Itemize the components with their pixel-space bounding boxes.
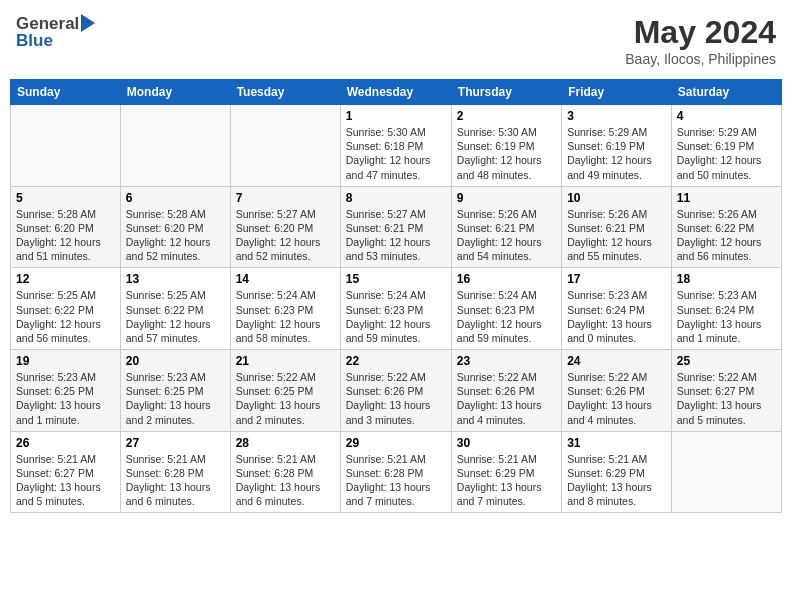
sunset-text: Sunset: 6:24 PM [567, 303, 666, 317]
sunrise-text: Sunrise: 5:26 AM [567, 207, 666, 221]
sunset-text: Sunset: 6:19 PM [677, 139, 776, 153]
daylight-text: Daylight: 13 hours and 3 minutes. [346, 398, 446, 426]
day-info: Sunrise: 5:26 AMSunset: 6:22 PMDaylight:… [677, 207, 776, 264]
location-text: Baay, Ilocos, Philippines [625, 51, 776, 67]
sunset-text: Sunset: 6:19 PM [457, 139, 556, 153]
day-info: Sunrise: 5:24 AMSunset: 6:23 PMDaylight:… [236, 288, 335, 345]
daylight-text: Daylight: 12 hours and 50 minutes. [677, 153, 776, 181]
calendar-cell: 18Sunrise: 5:23 AMSunset: 6:24 PMDayligh… [671, 268, 781, 350]
day-info: Sunrise: 5:22 AMSunset: 6:26 PMDaylight:… [567, 370, 666, 427]
calendar-cell: 13Sunrise: 5:25 AMSunset: 6:22 PMDayligh… [120, 268, 230, 350]
daylight-text: Daylight: 13 hours and 4 minutes. [457, 398, 556, 426]
day-info: Sunrise: 5:30 AMSunset: 6:18 PMDaylight:… [346, 125, 446, 182]
calendar-cell [671, 431, 781, 513]
sunset-text: Sunset: 6:26 PM [346, 384, 446, 398]
sunrise-text: Sunrise: 5:22 AM [567, 370, 666, 384]
calendar-week-5: 26Sunrise: 5:21 AMSunset: 6:27 PMDayligh… [11, 431, 782, 513]
calendar-cell: 6Sunrise: 5:28 AMSunset: 6:20 PMDaylight… [120, 186, 230, 268]
calendar-cell: 19Sunrise: 5:23 AMSunset: 6:25 PMDayligh… [11, 350, 121, 432]
calendar-cell: 14Sunrise: 5:24 AMSunset: 6:23 PMDayligh… [230, 268, 340, 350]
sunset-text: Sunset: 6:22 PM [126, 303, 225, 317]
sunrise-text: Sunrise: 5:27 AM [346, 207, 446, 221]
daylight-text: Daylight: 13 hours and 7 minutes. [346, 480, 446, 508]
logo-blue: Blue [16, 31, 53, 50]
calendar-week-3: 12Sunrise: 5:25 AMSunset: 6:22 PMDayligh… [11, 268, 782, 350]
daylight-text: Daylight: 13 hours and 2 minutes. [126, 398, 225, 426]
day-info: Sunrise: 5:27 AMSunset: 6:20 PMDaylight:… [236, 207, 335, 264]
sunrise-text: Sunrise: 5:23 AM [567, 288, 666, 302]
day-number: 6 [126, 191, 225, 205]
calendar-cell: 10Sunrise: 5:26 AMSunset: 6:21 PMDayligh… [562, 186, 672, 268]
calendar-cell: 21Sunrise: 5:22 AMSunset: 6:25 PMDayligh… [230, 350, 340, 432]
calendar-cell: 25Sunrise: 5:22 AMSunset: 6:27 PMDayligh… [671, 350, 781, 432]
weekday-header-monday: Monday [120, 80, 230, 105]
day-info: Sunrise: 5:22 AMSunset: 6:25 PMDaylight:… [236, 370, 335, 427]
day-info: Sunrise: 5:23 AMSunset: 6:24 PMDaylight:… [567, 288, 666, 345]
day-info: Sunrise: 5:28 AMSunset: 6:20 PMDaylight:… [16, 207, 115, 264]
sunrise-text: Sunrise: 5:21 AM [126, 452, 225, 466]
calendar-cell: 17Sunrise: 5:23 AMSunset: 6:24 PMDayligh… [562, 268, 672, 350]
daylight-text: Daylight: 13 hours and 1 minute. [677, 317, 776, 345]
sunset-text: Sunset: 6:20 PM [236, 221, 335, 235]
day-info: Sunrise: 5:21 AMSunset: 6:28 PMDaylight:… [236, 452, 335, 509]
daylight-text: Daylight: 13 hours and 5 minutes. [677, 398, 776, 426]
calendar-cell: 31Sunrise: 5:21 AMSunset: 6:29 PMDayligh… [562, 431, 672, 513]
sunrise-text: Sunrise: 5:26 AM [457, 207, 556, 221]
daylight-text: Daylight: 13 hours and 4 minutes. [567, 398, 666, 426]
sunset-text: Sunset: 6:29 PM [457, 466, 556, 480]
day-number: 10 [567, 191, 666, 205]
sunrise-text: Sunrise: 5:29 AM [677, 125, 776, 139]
weekday-header-friday: Friday [562, 80, 672, 105]
calendar-cell: 12Sunrise: 5:25 AMSunset: 6:22 PMDayligh… [11, 268, 121, 350]
day-number: 28 [236, 436, 335, 450]
daylight-text: Daylight: 12 hours and 59 minutes. [457, 317, 556, 345]
calendar-cell [230, 105, 340, 187]
sunrise-text: Sunrise: 5:24 AM [236, 288, 335, 302]
sunset-text: Sunset: 6:21 PM [346, 221, 446, 235]
day-info: Sunrise: 5:21 AMSunset: 6:27 PMDaylight:… [16, 452, 115, 509]
day-info: Sunrise: 5:27 AMSunset: 6:21 PMDaylight:… [346, 207, 446, 264]
sunrise-text: Sunrise: 5:22 AM [236, 370, 335, 384]
daylight-text: Daylight: 12 hours and 53 minutes. [346, 235, 446, 263]
sunset-text: Sunset: 6:23 PM [236, 303, 335, 317]
sunrise-text: Sunrise: 5:26 AM [677, 207, 776, 221]
calendar-cell: 8Sunrise: 5:27 AMSunset: 6:21 PMDaylight… [340, 186, 451, 268]
sunrise-text: Sunrise: 5:28 AM [126, 207, 225, 221]
sunrise-text: Sunrise: 5:25 AM [16, 288, 115, 302]
sunrise-text: Sunrise: 5:24 AM [346, 288, 446, 302]
calendar-cell: 9Sunrise: 5:26 AMSunset: 6:21 PMDaylight… [451, 186, 561, 268]
calendar-cell: 11Sunrise: 5:26 AMSunset: 6:22 PMDayligh… [671, 186, 781, 268]
day-info: Sunrise: 5:21 AMSunset: 6:28 PMDaylight:… [346, 452, 446, 509]
day-number: 14 [236, 272, 335, 286]
daylight-text: Daylight: 13 hours and 5 minutes. [16, 480, 115, 508]
sunset-text: Sunset: 6:25 PM [236, 384, 335, 398]
calendar-cell: 22Sunrise: 5:22 AMSunset: 6:26 PMDayligh… [340, 350, 451, 432]
day-info: Sunrise: 5:29 AMSunset: 6:19 PMDaylight:… [677, 125, 776, 182]
sunrise-text: Sunrise: 5:30 AM [346, 125, 446, 139]
day-info: Sunrise: 5:23 AMSunset: 6:25 PMDaylight:… [126, 370, 225, 427]
sunset-text: Sunset: 6:26 PM [457, 384, 556, 398]
calendar-cell: 2Sunrise: 5:30 AMSunset: 6:19 PMDaylight… [451, 105, 561, 187]
sunset-text: Sunset: 6:25 PM [126, 384, 225, 398]
day-number: 29 [346, 436, 446, 450]
sunset-text: Sunset: 6:19 PM [567, 139, 666, 153]
weekday-header-thursday: Thursday [451, 80, 561, 105]
sunset-text: Sunset: 6:24 PM [677, 303, 776, 317]
day-info: Sunrise: 5:23 AMSunset: 6:25 PMDaylight:… [16, 370, 115, 427]
daylight-text: Daylight: 12 hours and 59 minutes. [346, 317, 446, 345]
day-number: 13 [126, 272, 225, 286]
day-number: 26 [16, 436, 115, 450]
sunset-text: Sunset: 6:26 PM [567, 384, 666, 398]
sunset-text: Sunset: 6:20 PM [126, 221, 225, 235]
sunset-text: Sunset: 6:22 PM [16, 303, 115, 317]
sunset-text: Sunset: 6:25 PM [16, 384, 115, 398]
daylight-text: Daylight: 12 hours and 48 minutes. [457, 153, 556, 181]
logo: General Blue [16, 14, 95, 50]
sunset-text: Sunset: 6:18 PM [346, 139, 446, 153]
day-info: Sunrise: 5:21 AMSunset: 6:28 PMDaylight:… [126, 452, 225, 509]
day-number: 21 [236, 354, 335, 368]
weekday-header-row: SundayMondayTuesdayWednesdayThursdayFrid… [11, 80, 782, 105]
sunset-text: Sunset: 6:20 PM [16, 221, 115, 235]
daylight-text: Daylight: 12 hours and 51 minutes. [16, 235, 115, 263]
day-number: 17 [567, 272, 666, 286]
